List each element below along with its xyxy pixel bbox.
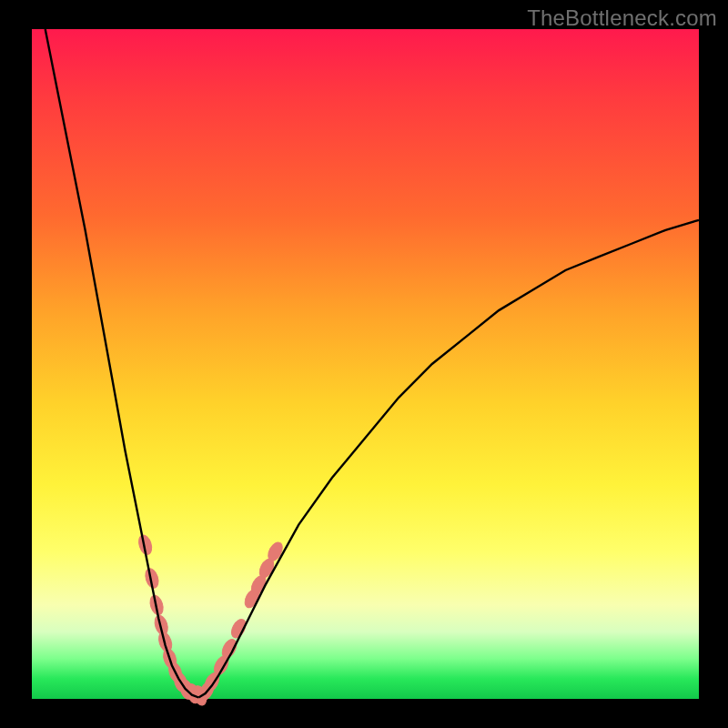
curve-right-branch [198, 220, 699, 698]
curve-left-branch [46, 29, 199, 698]
chart-svg [0, 0, 728, 728]
chart-frame: TheBottleneck.com [0, 0, 728, 728]
